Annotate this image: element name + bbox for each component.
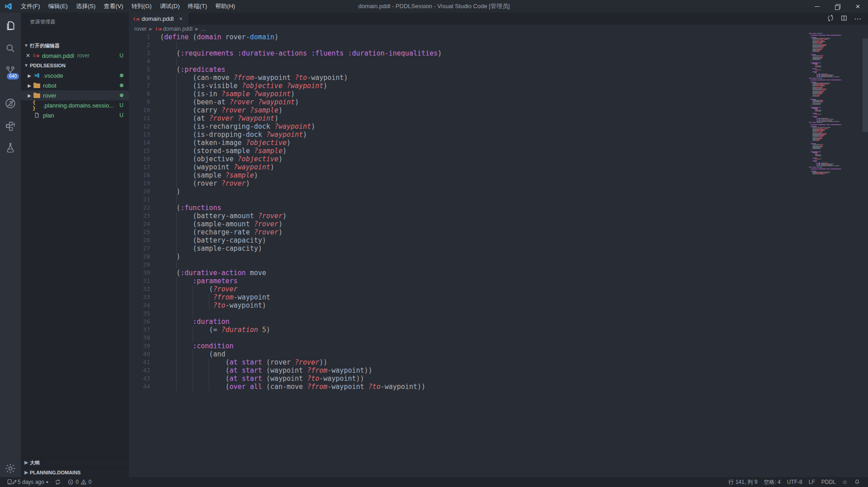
minimap[interactable] [808,33,862,477]
line-number: 38 [129,334,150,342]
breadcrumb-file[interactable]: domain.pddl [163,26,193,32]
outline-section-header[interactable]: ▶ 大纲 [21,458,129,468]
menu-查看(V)[interactable]: 查看(V) [99,0,127,13]
code-line-11[interactable]: 11 (at ?rover ?waypoint) [129,114,868,122]
code-line-29[interactable]: 29 [129,261,868,269]
close-icon[interactable]: ✕ [24,52,32,59]
code-line-1[interactable]: 1(define (domain rover-domain) [129,33,868,41]
code-line-14[interactable]: 14 (taken-image ?objective) [129,139,868,147]
vertical-scrollbar[interactable] [862,33,868,477]
line-number: 1 [129,33,150,41]
breadcrumb-folder[interactable]: rover [134,26,146,32]
close-button[interactable]: ✕ [848,0,868,13]
code-line-16[interactable]: 16 (objective ?objective) [129,155,868,163]
code-line-4[interactable]: 4 [129,57,868,66]
extensions-icon[interactable] [0,116,21,136]
tree-item-robot[interactable]: ▶robot [21,80,129,90]
debug-disabled-icon[interactable] [0,93,21,114]
code-line-30[interactable]: 30 (:durative-action move [129,269,868,277]
code-editor[interactable]: 1(define (domain rover-domain)23 (:requi… [129,33,868,477]
code-line-10[interactable]: 10 (carry ?rover ?sample) [129,106,868,114]
code-line-8[interactable]: 8 (is-in ?sample ?waypoint) [129,90,868,98]
project-section-header[interactable]: ▼ PDDLSESSION [21,61,129,70]
code-line-35[interactable]: 35 [129,309,868,318]
code-line-6[interactable]: 6 (can-move ?from-waypoint ?to-waypoint) [129,74,868,82]
open-editor-domain.pddl[interactable]: ✕(:adomain.pddlroverU [21,51,129,61]
indentation-status[interactable]: 空格: 4 [760,477,783,487]
code-line-27[interactable]: 27 (sample-capacity) [129,244,868,253]
tree-item-.vscode[interactable]: ▶.vscode [21,70,129,80]
code-line-22[interactable]: 22 (:functions [129,204,868,212]
tree-item-plan[interactable]: planU [21,110,129,120]
explorer-icon[interactable] [0,15,21,36]
sync-status-icon[interactable] [52,477,64,487]
tab-domain-pddl[interactable]: (:a domain.pddl × [129,13,189,25]
restore-button[interactable] [827,0,848,13]
code-line-31[interactable]: 31 :parameters [129,277,868,285]
test-flask-icon[interactable] [0,137,21,158]
code-line-7[interactable]: 7 (is-visible ?objective ?waypoint) [129,82,868,90]
notifications-bell-icon[interactable] [851,477,863,487]
code-line-33[interactable]: 33 ?from-waypoint [129,293,868,301]
code-line-32[interactable]: 32 (?rover [129,285,868,293]
code-line-12[interactable]: 12 (is-recharging-dock ?waypoint) [129,122,868,131]
code-line-13[interactable]: 13 (is-dropping-dock ?waypoint) [129,131,868,139]
problems-status[interactable]: 0 0 [64,477,94,487]
code-line-37[interactable]: 37 (= ?duration 5) [129,326,868,334]
code-line-15[interactable]: 15 (stored-sample ?sample) [129,147,868,155]
encoding-status[interactable]: UTF-8 [784,477,806,487]
more-actions-icon[interactable]: ⋯ [851,14,864,23]
menu-转到(G)[interactable]: 转到(G) [127,0,156,13]
code-line-42[interactable]: 42 (at start (waypoint ?from-waypoint)) [129,366,868,375]
source-control-icon[interactable]: 640 [0,61,21,81]
line-number: 29 [129,261,150,269]
menu-文件(F)[interactable]: 文件(F) [17,0,44,13]
split-editor-icon[interactable] [837,14,851,23]
code-line-39[interactable]: 39 :condition [129,342,868,350]
open-editors-header[interactable]: ▼ 打开的编辑器 [21,41,129,51]
sync-icon[interactable] [824,14,837,23]
tab-close-icon[interactable]: × [177,16,184,22]
code-line-21[interactable]: 21 [129,196,868,204]
code-line-26[interactable]: 26 (battery-capacity) [129,236,868,244]
code-line-43[interactable]: 43 (at start (waypoint ?to-waypoint)) [129,375,868,383]
tree-item-rover[interactable]: ▶rover [21,90,129,100]
eol-status[interactable]: LF [806,477,818,487]
menu-终端(T)[interactable]: 终端(T) [184,0,211,13]
code-line-36[interactable]: 36 :duration [129,318,868,326]
explorer-sidebar: 资源管理器 ▼ 打开的编辑器 ✕(:adomain.pddlroverU ▼ P… [21,13,129,477]
code-line-25[interactable]: 25 (recharge-rate ?rover) [129,228,868,236]
code-line-2[interactable]: 2 [129,41,868,49]
code-line-9[interactable]: 9 (been-at ?rover ?waypoint) [129,98,868,106]
scrollbar-slider[interactable] [863,38,868,132]
feedback-smiley-icon[interactable]: ☺ [839,477,851,487]
code-line-5[interactable]: 5 (:predicates [129,66,868,74]
json-file-icon: { } [33,102,41,109]
menu-帮助(H)[interactable]: 帮助(H) [211,0,239,13]
tree-item-.planning.domains.sessio...[interactable]: { }.planning.domains.sessio...U [21,100,129,110]
menu-编辑(E)[interactable]: 编辑(E) [44,0,72,13]
search-icon[interactable] [0,38,21,59]
last-commit-status[interactable]: 5 days ago ● [4,477,52,487]
code-line-28[interactable]: 28 ) [129,253,868,261]
code-line-38[interactable]: 38 [129,334,868,342]
settings-gear-icon[interactable] [0,458,21,479]
code-line-18[interactable]: 18 (sample ?sample) [129,171,868,179]
code-line-3[interactable]: 3 (:requirements :durative-actions :flue… [129,49,868,57]
cursor-position-status[interactable]: 行 141, 列 9 [725,477,760,487]
code-line-17[interactable]: 17 (waypoint ?waypoint) [129,163,868,171]
planning-domains-section-header[interactable]: ▶ PLANNING.DOMAINS [21,468,129,478]
menu-选择(S)[interactable]: 选择(S) [72,0,99,13]
code-line-41[interactable]: 41 (at start (rover ?rover)) [129,358,868,366]
language-mode-status[interactable]: PDDL [818,477,839,487]
code-line-19[interactable]: 19 (rover ?rover) [129,179,868,187]
breadcrumb-tail[interactable]: ... [201,26,206,32]
code-line-20[interactable]: 20 ) [129,187,868,196]
code-line-44[interactable]: 44 (over all (can-move ?from-waypoint ?t… [129,383,868,391]
code-line-24[interactable]: 24 (sample-amount ?rover) [129,220,868,228]
code-line-23[interactable]: 23 (battery-amount ?rover) [129,212,868,220]
menu-调试(D)[interactable]: 调试(D) [156,0,184,13]
code-line-34[interactable]: 34 ?to-waypoint) [129,301,868,309]
minimize-button[interactable] [807,0,827,13]
code-line-40[interactable]: 40 (and [129,350,868,358]
